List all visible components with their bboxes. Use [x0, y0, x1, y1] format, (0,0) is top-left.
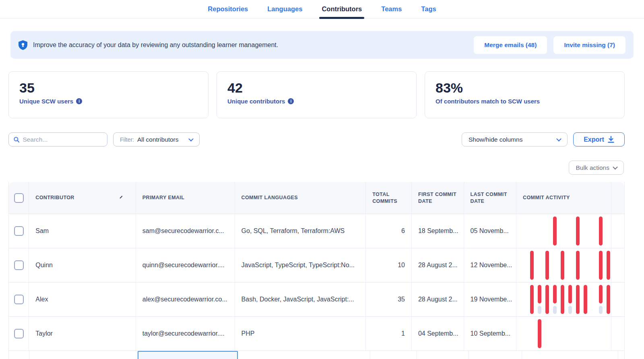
total-commits-cell: 6 [366, 214, 412, 248]
chevron-down-icon [556, 136, 561, 142]
contributor-cell: Alex [29, 283, 136, 316]
stat-value: 35 [19, 80, 198, 96]
last-commit-cell: 12 Novembe... [464, 248, 517, 282]
table-row-partial [9, 351, 624, 359]
column-header-primary-email[interactable]: Primary email [136, 182, 235, 214]
table-row: Alexalex@securecodewarrior.co...Bash, Do… [9, 283, 624, 317]
column-header-contributor[interactable]: Contributor [29, 182, 136, 214]
merge-emails-button[interactable]: Merge emails (48) [474, 36, 547, 54]
commit-activity-bar [576, 217, 580, 246]
total-commits-cell: 1 [366, 317, 412, 351]
commit-activity-bar-muted [538, 306, 541, 314]
header-checkbox-cell [9, 182, 29, 214]
first-commit-cell: 28 August 2... [412, 283, 464, 316]
chevron-down-icon [188, 136, 194, 142]
commit-activity-bar [568, 285, 572, 303]
column-header-first-commit-date[interactable]: First commit date [412, 182, 464, 214]
search-icon [14, 136, 19, 143]
row-checkbox[interactable] [14, 226, 24, 236]
show-hide-columns-dropdown[interactable]: Show/hide columns [462, 132, 568, 146]
commit-activity-bar [599, 251, 603, 280]
contributors-table: ContributorPrimary emailCommit languages… [8, 182, 625, 359]
last-commit-cell: 05 Novemb... [464, 214, 517, 248]
commit-activity-bar [599, 285, 603, 303]
tab-teams[interactable]: Teams [380, 0, 402, 18]
sort-ascending-icon[interactable] [120, 196, 124, 200]
search-box[interactable] [8, 132, 107, 146]
languages-cell: Go, SQL, Terraform, Terraform:AWS [235, 214, 366, 248]
table-row: Samsam@securecodewarrior.c...Go, SQL, Te… [9, 214, 624, 248]
last-commit-cell: 10 Septemb... [464, 317, 517, 351]
commit-activity-bar [607, 251, 610, 280]
total-commits-cell: 35 [366, 283, 412, 316]
row-checkbox-cell [9, 214, 29, 248]
contributor-cell: Sam [29, 214, 136, 248]
commit-activity-bar-muted [599, 306, 603, 314]
chevron-down-icon [613, 165, 618, 170]
commit-activity-bar [561, 251, 564, 280]
contributor-cell: Taylor [29, 317, 136, 351]
row-end-cell [611, 214, 624, 248]
row-checkbox[interactable] [14, 329, 24, 338]
tab-tags[interactable]: Tags [420, 0, 437, 18]
first-commit-cell: 04 Septemb... [412, 317, 464, 351]
commit-activity-bar [599, 217, 603, 246]
row-checkbox-cell [9, 283, 29, 316]
table-row: Taylortaylor@securecodewarrior....PHP104… [9, 317, 624, 351]
last-commit-cell: 19 Novembe... [464, 283, 517, 316]
email-cell: taylor@securecodewarrior.... [136, 317, 235, 351]
stat-value: 42 [227, 80, 406, 96]
commit-activity-bar [538, 319, 541, 348]
column-header-commit-activity[interactable]: Commit activity [516, 182, 611, 214]
column-header-last-commit-date[interactable]: Last commit date [464, 182, 517, 214]
languages-cell: PHP [235, 317, 366, 351]
languages-cell: JavaScript, TypeScript, TypeScript:No... [235, 248, 366, 282]
commit-activity-cell [516, 248, 611, 282]
stat-value: 83% [436, 80, 614, 96]
tab-languages[interactable]: Languages [266, 0, 303, 18]
commit-activity-bar [530, 251, 534, 280]
show-hide-columns-label: Show/hide columns [469, 136, 522, 143]
download-icon [608, 136, 614, 143]
column-header-commit-languages[interactable]: Commit languages [235, 182, 366, 214]
commit-activity-cell [516, 283, 611, 316]
row-checkbox-cell [9, 248, 29, 282]
top-tab-bar: RepositoriesLanguagesContributorsTeamsTa… [0, 0, 644, 19]
languages-cell: Bash, Docker, JavaScript, JavaScript:... [235, 283, 366, 316]
tab-repositories[interactable]: Repositories [207, 0, 249, 18]
row-end-cell [611, 283, 624, 316]
row-checkbox-cell [9, 317, 29, 351]
search-input[interactable] [23, 136, 102, 143]
focused-email-cell[interactable] [138, 351, 238, 359]
commit-activity-cell [516, 317, 611, 351]
stat-card-2: 42Unique contributorsi [217, 71, 417, 118]
commit-activity-bar [538, 285, 541, 303]
stat-card-1: 35Unique SCW usersi [8, 71, 208, 118]
stat-card-3: 83%Of contributors match to SCW users [425, 71, 625, 118]
commit-activity-bar [584, 285, 587, 314]
commit-activity-bar [530, 285, 534, 314]
stat-label: Of contributors match to SCW users [436, 98, 614, 105]
commit-activity-bar [545, 251, 549, 280]
bulk-actions-dropdown[interactable]: Bulk actions [569, 161, 624, 175]
info-icon[interactable]: i [76, 98, 82, 104]
row-checkbox[interactable] [14, 260, 24, 270]
invite-missing-button[interactable]: Invite missing (7) [553, 36, 625, 54]
tab-contributors[interactable]: Contributors [321, 0, 363, 18]
filter-label: Filter: [120, 136, 134, 143]
email-cell: alex@securecodewarrior.co... [136, 283, 235, 316]
filter-dropdown[interactable]: Filter: All contributors [113, 132, 200, 146]
contributor-cell: Quinn [29, 248, 136, 282]
commit-activity-bar [545, 285, 549, 314]
stat-label: Unique contributorsi [227, 98, 406, 105]
export-button[interactable]: Export [573, 132, 625, 146]
column-header-total-commits[interactable]: Total commits [366, 182, 412, 214]
banner-text: Improve the accuracy of your data by rev… [33, 41, 467, 49]
first-commit-cell: 28 August 2... [412, 248, 464, 282]
select-all-checkbox[interactable] [14, 193, 24, 203]
info-icon[interactable]: i [288, 98, 294, 104]
row-end-cell [611, 248, 624, 282]
row-checkbox[interactable] [14, 295, 24, 304]
commit-activity-bar [553, 285, 557, 303]
table-controls: Filter: All contributors Show/hide colum… [8, 132, 625, 146]
